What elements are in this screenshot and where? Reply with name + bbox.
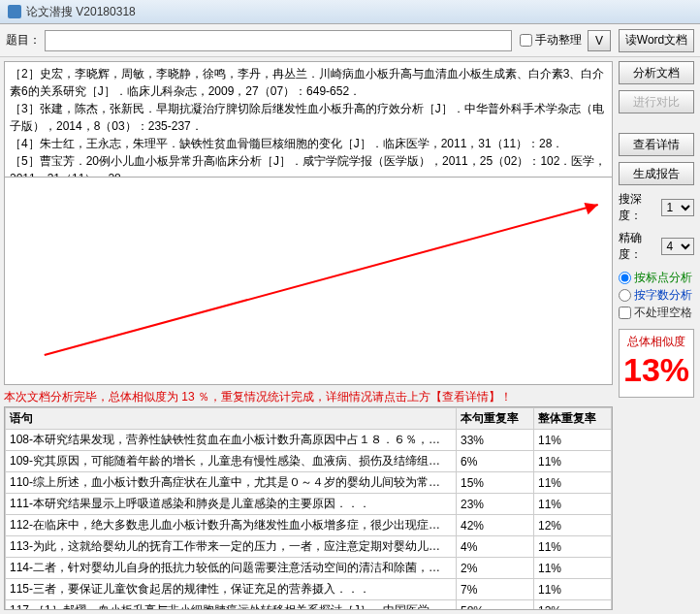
chk-nospace[interactable]: 不处理空格 [619,304,694,321]
table-row[interactable]: 115-三者，要保证儿童饮食起居的规律性，保证充足的营养摄入．．．7%11% [6,579,612,600]
cell-local-rate: 6% [457,451,534,472]
table-row[interactable]: 114-二者，针对婴幼儿自身的抵抗力较低的问题需要注意活动空间的清洁和除菌，防止… [6,558,612,579]
summary-text: 本次文档分析完毕，总体相似度为 13 ％，重复情况统计完成，详细情况请点击上方【… [4,385,613,406]
arrow-panel [4,178,613,385]
table-row[interactable]: 117-［1］郝燿．血小板升高与非小细胞肺癌远处转移相关系探讨［J］．中国医学创… [6,600,612,611]
ref-line: ［4］朱士红，王永志，朱理平．缺铁性贫血骨髓巨核细胞的变化［J］．临床医学，20… [10,135,607,152]
cell-total-rate: 11% [534,451,612,472]
cell-local-rate: 7% [457,579,534,600]
cell-text: 115-三者，要保证儿童饮食起居的规律性，保证充足的营养摄入．．． [6,579,457,600]
table-row[interactable]: 111-本研究结果显示上呼吸道感染和肺炎是儿童感染的主要原因．．．23%11% [6,494,612,515]
cell-total-rate: 11% [534,579,612,600]
precision-select[interactable]: 4 [661,238,694,255]
report-button[interactable]: 生成报告 [619,162,694,185]
ref-line: ［5］曹宝芳．20例小儿血小板异常升高临床分析［J］．咸宁学院学报（医学版），2… [10,152,607,178]
similarity-box: 总体相似度 13% [619,329,694,398]
detail-button[interactable]: 查看详情 [619,133,694,156]
col-header[interactable]: 本句重复率 [457,408,534,430]
cell-text: 114-二者，针对婴幼儿自身的抵抗力较低的问题需要注意活动空间的清洁和除菌，防止… [6,558,457,579]
cell-local-rate: 58% [457,600,534,611]
col-header[interactable]: 整体重复率 [534,408,612,430]
table-row[interactable]: 112-在临床中，绝大多数患儿血小板计数升高为继发性血小板增多症，很少出现症状，… [6,515,612,536]
v-button[interactable]: V [588,30,611,51]
similarity-value: 13% [620,350,693,389]
analyze-button[interactable]: 分析文档 [619,61,694,84]
ref-line: ［3］张建，陈杰，张新民．早期抗凝治疗脾切除后继发性血小板升高的疗效分析［J］．… [10,100,607,135]
cell-local-rate: 33% [457,430,534,451]
cell-text: 117-［1］郝燿．血小板升高与非小细胞肺癌远处转移相关系探讨［J］．中国医学创… [6,600,457,611]
cell-total-rate: 11% [534,536,612,558]
read-word-button[interactable]: 读Word文档 [619,29,694,52]
cell-text: 113-为此，这就给婴幼儿的抚育工作带来一定的压力，一者，应注意定期对婴幼儿进行… [6,536,457,558]
topbar: 题目： 手动整理 V 读Word文档 [0,24,700,57]
ref-line: ［2］史宏，李晓辉，周敏，李晓静，徐鸣，李丹，冉丛兰．川崎病血小板升高与血清血小… [10,65,607,100]
table-row[interactable]: 109-究其原因，可能随着年龄的增长，儿童患有慢性感染、血液病、损伤及结缔组织疾… [6,451,612,472]
cell-local-rate: 15% [457,472,534,494]
radio-punct[interactable]: 按标点分析 [619,269,694,286]
cell-text: 108-本研究结果发现，营养性缺铁性贫血在血小板计数升高原因中占１８．６％，另外… [6,430,457,451]
manual-checkbox-wrap[interactable]: 手动整理 [520,32,582,48]
cell-text: 112-在临床中，绝大多数患儿血小板计数升高为继发性血小板增多症，很少出现症状，… [6,515,457,536]
cell-text: 111-本研究结果显示上呼吸道感染和肺炎是儿童感染的主要原因．．． [6,494,457,515]
table-row[interactable]: 110-综上所述，血小板计数升高症状在儿童中，尤其是０～４岁的婴幼儿间较为常见，… [6,472,612,494]
cell-total-rate: 12% [534,515,612,536]
depth-label: 搜深度： [619,191,661,224]
compare-button: 进行对比 [619,90,694,113]
cell-total-rate: 12% [534,600,612,611]
cell-total-rate: 11% [534,494,612,515]
cell-local-rate: 4% [457,536,534,558]
table-row[interactable]: 108-本研究结果发现，营养性缺铁性贫血在血小板计数升高原因中占１８．６％，另外… [6,430,612,451]
radio-char[interactable]: 按字数分析 [619,286,694,304]
precision-control: 精确度： 4 [619,230,694,263]
manual-checkbox[interactable] [520,34,532,47]
right-panel: 分析文档 进行对比 查看详情 生成报告 搜深度： 1 精确度： 4 按标点分析 … [617,57,700,614]
results-table-wrap[interactable]: 语句 本句重复率 整体重复率 108-本研究结果发现，营养性缺铁性贫血在血小板计… [4,406,613,610]
col-header[interactable]: 语句 [6,408,457,430]
arrow-icon [5,178,612,384]
title-input[interactable] [45,30,512,51]
svg-line-0 [45,205,598,355]
title-label: 题目： [6,32,41,48]
cell-total-rate: 11% [534,472,612,494]
cell-text: 109-究其原因，可能随着年龄的增长，儿童患有慢性感染、血液病、损伤及结缔组织疾… [6,451,457,472]
precision-label: 精确度： [619,230,661,263]
cell-local-rate: 2% [457,558,534,579]
manual-checkbox-label: 手动整理 [535,32,582,48]
results-table: 语句 本句重复率 整体重复率 108-本研究结果发现，营养性缺铁性贫血在血小板计… [5,407,612,610]
svg-marker-1 [584,203,597,214]
depth-select[interactable]: 1 [661,199,694,216]
cell-total-rate: 11% [534,558,612,579]
mode-radio-group: 按标点分析 按字数分析 不处理空格 [619,269,694,321]
cell-local-rate: 42% [457,515,534,536]
titlebar: 论文潜搜 V20180318 [0,0,700,24]
app-icon [8,5,21,18]
cell-local-rate: 23% [457,494,534,515]
references-box[interactable]: ［2］史宏，李晓辉，周敏，李晓静，徐鸣，李丹，冉丛兰．川崎病血小板升高与血清血小… [4,61,613,178]
table-row[interactable]: 113-为此，这就给婴幼儿的抚育工作带来一定的压力，一者，应注意定期对婴幼儿进行… [6,536,612,558]
similarity-label: 总体相似度 [620,334,693,350]
cell-text: 110-综上所述，血小板计数升高症状在儿童中，尤其是０～４岁的婴幼儿间较为常见，… [6,472,457,494]
depth-control: 搜深度： 1 [619,191,694,224]
cell-total-rate: 11% [534,430,612,451]
window-title: 论文潜搜 V20180318 [26,4,136,20]
